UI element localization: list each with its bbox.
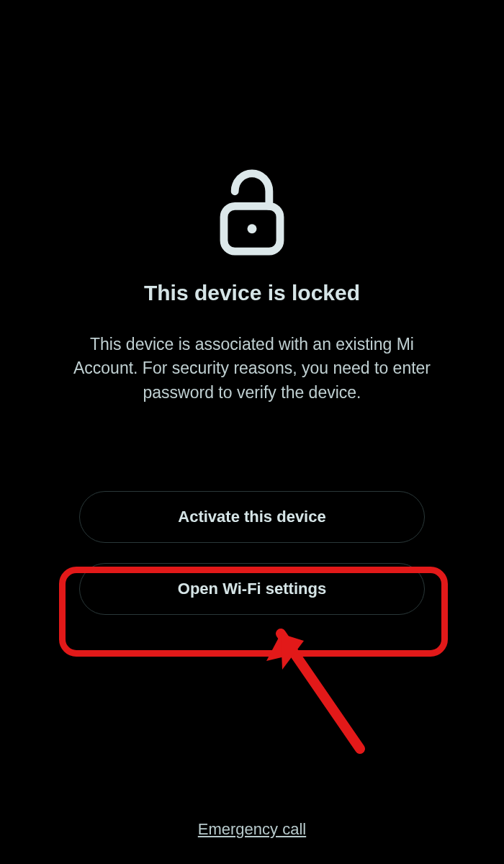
lock-description: This device is associated with an existi…	[36, 333, 468, 405]
annotation-arrow	[259, 619, 389, 763]
open-wifi-settings-button[interactable]: Open Wi-Fi settings	[79, 563, 425, 615]
open-wifi-settings-label: Open Wi-Fi settings	[178, 580, 326, 598]
page-title: This device is locked	[144, 281, 360, 305]
emergency-call-link[interactable]: Emergency call	[198, 820, 306, 839]
svg-marker-3	[281, 634, 304, 670]
lock-icon-container	[212, 166, 292, 259]
svg-point-1	[248, 224, 257, 233]
button-group: Activate this device Open Wi-Fi settings	[0, 491, 504, 635]
unlock-icon	[212, 166, 292, 259]
svg-marker-2	[266, 634, 297, 661]
activate-device-label: Activate this device	[178, 508, 325, 526]
activate-device-button[interactable]: Activate this device	[79, 491, 425, 543]
